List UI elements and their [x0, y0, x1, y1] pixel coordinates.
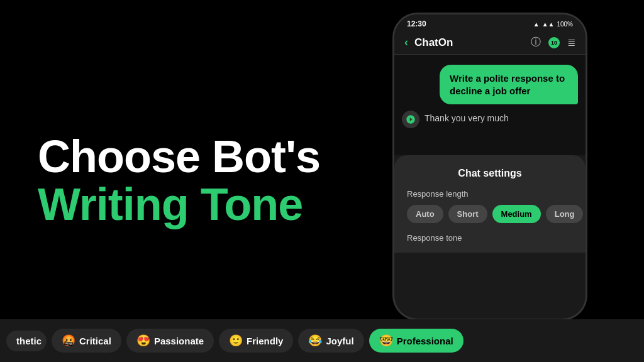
status-time: 12:30	[407, 19, 426, 28]
info-icon[interactable]: ⓘ	[531, 36, 541, 49]
response-length-buttons: Auto Short Medium Long	[407, 205, 573, 223]
friendly-label: Friendly	[247, 336, 283, 346]
chat-area: Write a polite response to decline a job…	[394, 55, 586, 155]
menu-icon[interactable]: ≣	[567, 36, 575, 48]
response-length-label: Response length	[407, 189, 573, 199]
header-icons: ⓘ 10 ≣	[531, 36, 575, 49]
critical-label: Critical	[79, 336, 111, 346]
critical-emoji: 🤬	[62, 334, 75, 348]
chat-title: ChatOn	[414, 36, 525, 49]
chat-settings-panel: Chat settings Response length Auto Short…	[394, 155, 586, 253]
professional-emoji: 🤓	[379, 334, 393, 348]
length-medium-button[interactable]: Medium	[492, 205, 541, 223]
tone-chip-critical[interactable]: 🤬 Critical	[52, 329, 121, 353]
notification-badge[interactable]: 10	[548, 37, 560, 48]
bot-avatar	[402, 111, 419, 128]
tone-empathetic-partial-label: thetic	[16, 336, 42, 346]
tone-chip-friendly[interactable]: 🙂 Friendly	[219, 329, 293, 353]
joyful-emoji: 😂	[308, 334, 322, 348]
length-auto-button[interactable]: Auto	[407, 205, 443, 223]
battery-icon: 100%	[557, 21, 573, 28]
joyful-label: Joyful	[326, 336, 353, 346]
signal-icon: ▲▲	[542, 21, 555, 28]
settings-title: Chat settings	[407, 168, 573, 179]
phone-mockup: 12:30 ▲ ▲▲ 100% ‹ ChatOn ⓘ 10 ≣ Write a …	[380, 13, 606, 339]
length-long-button[interactable]: Long	[546, 205, 584, 223]
response-tone-label: Response tone	[407, 233, 573, 243]
bot-message: Thank you very much	[402, 111, 578, 128]
passionate-label: Passionate	[154, 336, 204, 346]
length-short-button[interactable]: Short	[448, 205, 487, 223]
friendly-emoji: 🙂	[229, 334, 243, 348]
hero-text: Choose Bot's Writing Tone	[38, 133, 340, 228]
bot-preview-text: Thank you very much	[425, 111, 509, 123]
phone-screen: 12:30 ▲ ▲▲ 100% ‹ ChatOn ⓘ 10 ≣ Write a …	[392, 13, 587, 321]
professional-label: Professional	[397, 336, 453, 346]
user-message-bubble: Write a polite response to decline a job…	[440, 65, 578, 104]
status-bar: 12:30 ▲ ▲▲ 100%	[394, 14, 586, 31]
headline-line2: Writing Tone	[38, 181, 340, 229]
tone-chip-passionate[interactable]: 😍 Passionate	[126, 329, 214, 353]
tone-bar: thetic 🤬 Critical 😍 Passionate 🙂 Friendl…	[0, 319, 644, 362]
status-icons: ▲ ▲▲ 100%	[533, 21, 573, 28]
passionate-emoji: 😍	[136, 334, 150, 348]
tone-chip-joyful[interactable]: 😂 Joyful	[298, 329, 364, 353]
back-button[interactable]: ‹	[404, 36, 408, 49]
chat-header: ‹ ChatOn ⓘ 10 ≣	[394, 31, 586, 55]
wifi-icon: ▲	[533, 21, 540, 28]
tone-chip-empathetic-partial[interactable]: thetic	[6, 331, 47, 351]
headline-line1: Choose Bot's	[38, 133, 340, 181]
tone-chip-professional[interactable]: 🤓 Professional	[369, 329, 464, 353]
